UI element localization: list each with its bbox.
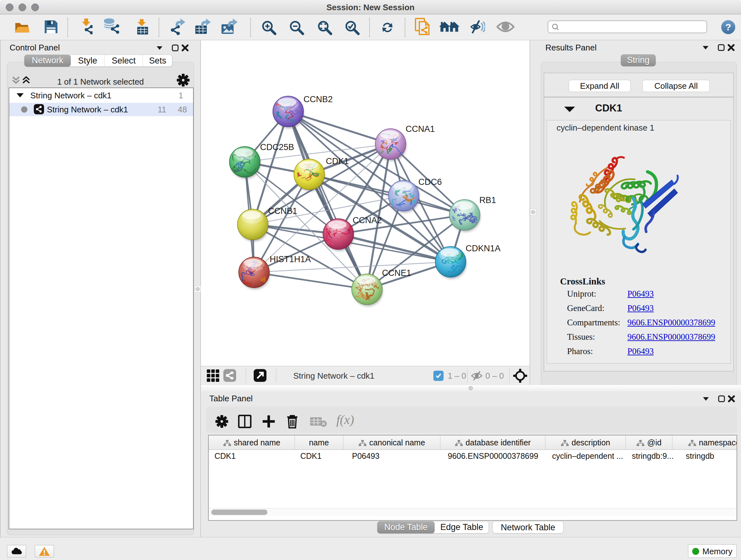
svg-text:CDK1: CDK1 [326,157,349,166]
svg-text:HIST1H1A: HIST1H1A [270,254,311,264]
svg-text:CCNE1: CCNE1 [382,268,411,278]
svg-text:CCNA2: CCNA2 [353,215,382,225]
svg-text:CDC6: CDC6 [418,177,442,187]
svg-text:CCNB2: CCNB2 [304,95,333,104]
svg-text:CCNA1: CCNA1 [406,124,435,134]
svg-text:CDC25B: CDC25B [260,142,294,152]
svg-text:CDKN1A: CDKN1A [466,244,501,253]
svg-text:CCNB1: CCNB1 [268,206,297,216]
svg-text:RB1: RB1 [479,195,496,205]
